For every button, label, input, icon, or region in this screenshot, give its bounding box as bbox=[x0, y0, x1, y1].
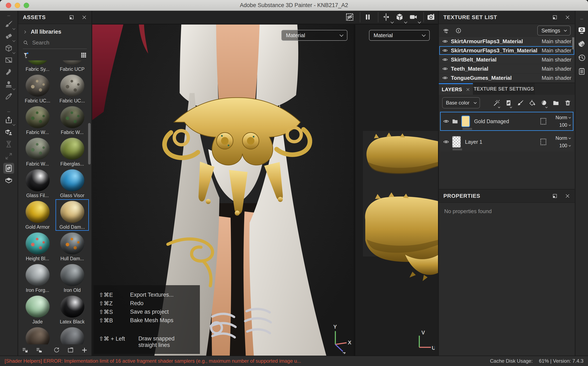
layer-row[interactable]: Gold DamagedNorm100 bbox=[440, 112, 573, 131]
asset-item[interactable]: Iron Forg... bbox=[21, 262, 54, 294]
asset-item[interactable]: Fabric W... bbox=[21, 136, 54, 168]
asset-item[interactable]: Fabric UCP bbox=[55, 61, 89, 73]
paint-brush-small-button[interactable] bbox=[517, 98, 524, 107]
tool-paint-brush[interactable] bbox=[3, 19, 14, 30]
log-button[interactable] bbox=[577, 67, 586, 76]
asset-item[interactable]: Glass Visor bbox=[55, 168, 89, 199]
toolbar-grip-handle[interactable] bbox=[577, 17, 586, 21]
channel-dropdown[interactable]: Base color bbox=[442, 97, 480, 108]
asset-item[interactable]: Fabric Sy... bbox=[21, 61, 54, 73]
texture-set-row[interactable]: SkirtArmourFlaps3_MaterialMain shader bbox=[439, 37, 574, 46]
opacity-dropdown[interactable]: 100 bbox=[559, 143, 571, 149]
texture-set-row[interactable]: SkirtArmourFlaps3_Trim_MaterialMain shad… bbox=[439, 46, 574, 55]
tool-polygon-fill[interactable] bbox=[3, 55, 14, 66]
asset-item[interactable]: Fabric UC... bbox=[21, 73, 54, 105]
asset-item[interactable] bbox=[55, 326, 89, 344]
screenshot-button[interactable] bbox=[427, 13, 436, 22]
zoom-window-button[interactable] bbox=[24, 3, 29, 8]
perspective-cube-button[interactable] bbox=[395, 13, 405, 22]
close-window-button[interactable] bbox=[6, 3, 11, 8]
search-input[interactable] bbox=[32, 39, 77, 46]
texture-set-settings-dropdown[interactable]: Settings bbox=[537, 26, 571, 36]
display-settings-button[interactable] bbox=[577, 26, 586, 35]
asset-item[interactable]: Latex Black bbox=[55, 294, 89, 326]
grid-view-icon[interactable] bbox=[80, 52, 87, 58]
tool-assets-box[interactable] bbox=[3, 175, 14, 186]
close-icon[interactable] bbox=[82, 15, 87, 20]
toggle-all-visibility-icon[interactable] bbox=[443, 27, 450, 34]
asset-item[interactable]: Gold Armor bbox=[21, 199, 54, 231]
layer-thumbnail[interactable] bbox=[461, 115, 470, 127]
mask-slot-icon[interactable] bbox=[539, 116, 547, 126]
asset-item[interactable]: Iron Old bbox=[55, 262, 89, 294]
trash-button[interactable] bbox=[564, 98, 571, 107]
paint-bucket-button[interactable] bbox=[528, 98, 536, 107]
asset-item[interactable]: Fabric W... bbox=[21, 105, 54, 136]
new-folder-button[interactable] bbox=[67, 347, 74, 353]
asset-item[interactable]: Fiberglas... bbox=[55, 136, 89, 168]
library-selector[interactable]: All libraries bbox=[18, 24, 92, 36]
texture-set-scrollbar[interactable] bbox=[572, 37, 574, 49]
viewport-2d-uv[interactable]: Material V U bbox=[355, 24, 438, 356]
shading-mode-dropdown-2d[interactable]: Material bbox=[369, 30, 430, 41]
asset-item[interactable]: Fabric W... bbox=[55, 105, 89, 136]
solo-view-icon[interactable]: 1 bbox=[455, 27, 462, 34]
camera-button[interactable] bbox=[409, 13, 419, 22]
assets-scrollbar[interactable] bbox=[88, 123, 91, 165]
asset-item[interactable]: Hull Dam... bbox=[55, 231, 89, 262]
filter-funnel-icon[interactable] bbox=[23, 52, 29, 58]
float-panel-icon[interactable] bbox=[69, 15, 74, 20]
smart-mask-button[interactable] bbox=[540, 98, 548, 107]
tool-share-asset[interactable] bbox=[3, 127, 14, 137]
save-library-button[interactable] bbox=[22, 347, 29, 353]
blend-mode-dropdown[interactable]: Norm bbox=[556, 135, 571, 141]
float-panel-icon[interactable] bbox=[552, 193, 557, 198]
asset-item[interactable]: Glass Fil... bbox=[21, 168, 54, 199]
toolbar-grip-handle[interactable] bbox=[4, 110, 13, 114]
tool-eraser[interactable] bbox=[3, 31, 14, 42]
assets-search[interactable] bbox=[23, 39, 87, 49]
hide-ui-button[interactable] bbox=[345, 13, 355, 22]
magic-wand-button[interactable] bbox=[493, 98, 500, 107]
toolbar-grip-handle[interactable] bbox=[4, 14, 13, 17]
opacity-dropdown[interactable]: 100 bbox=[559, 122, 571, 128]
float-panel-icon[interactable] bbox=[552, 15, 557, 20]
close-icon[interactable] bbox=[565, 15, 570, 20]
tool-export-resources[interactable] bbox=[3, 115, 14, 125]
layer-thumbnail[interactable] bbox=[452, 136, 461, 148]
asset-item[interactable]: Fabric UC... bbox=[55, 73, 89, 105]
shading-mode-dropdown-3d[interactable]: Material bbox=[281, 30, 347, 41]
close-icon[interactable] bbox=[466, 87, 470, 92]
history-button[interactable] bbox=[577, 53, 586, 62]
folder-button[interactable] bbox=[552, 98, 559, 107]
tool-resources-updater[interactable] bbox=[3, 163, 14, 174]
symmetry-button[interactable] bbox=[382, 13, 391, 22]
asset-item[interactable] bbox=[21, 326, 54, 344]
shader-settings-button[interactable] bbox=[577, 39, 586, 49]
pause-button[interactable] bbox=[363, 13, 373, 22]
viewport-3d[interactable]: Material ⇧⌘EExport Textures...⇧⌘ZRedo⇧⌘S… bbox=[92, 24, 354, 356]
tool-resize[interactable] bbox=[3, 151, 14, 162]
minimize-window-button[interactable] bbox=[15, 3, 20, 8]
texture-set-row[interactable]: SkirtBelt_MaterialMain shader bbox=[439, 55, 574, 64]
tool-smudge[interactable] bbox=[3, 67, 14, 78]
asset-item[interactable]: Gold Dam... bbox=[55, 199, 89, 231]
layer-row[interactable]: Layer 1Norm100 bbox=[440, 132, 573, 152]
reload-button[interactable] bbox=[53, 347, 60, 353]
texture-set-row[interactable]: Teeth_MaterialMain shader bbox=[439, 64, 574, 73]
add-button[interactable] bbox=[81, 347, 88, 353]
texture-set-row[interactable]: TongueGumes_MaterialMain shader bbox=[439, 74, 574, 82]
asset-item[interactable]: Height Bl... bbox=[21, 231, 54, 262]
tab-layers[interactable]: LAYERS bbox=[439, 83, 473, 95]
tool-clone-stamp[interactable] bbox=[3, 79, 14, 90]
mask-slot-icon[interactable] bbox=[539, 137, 547, 147]
close-icon[interactable] bbox=[565, 193, 570, 198]
tool-projection[interactable] bbox=[3, 43, 14, 53]
tab-texture-set-settings[interactable]: TEXTURE SET SETTINGS bbox=[473, 83, 535, 95]
tool-bake-hourglass[interactable] bbox=[3, 139, 14, 150]
fill-layer-button[interactable] bbox=[505, 98, 512, 107]
tool-color-picker[interactable] bbox=[3, 91, 14, 102]
import-library-button[interactable] bbox=[36, 347, 42, 353]
blend-mode-dropdown[interactable]: Norm bbox=[556, 115, 571, 121]
asset-item[interactable]: Jade bbox=[21, 294, 54, 326]
